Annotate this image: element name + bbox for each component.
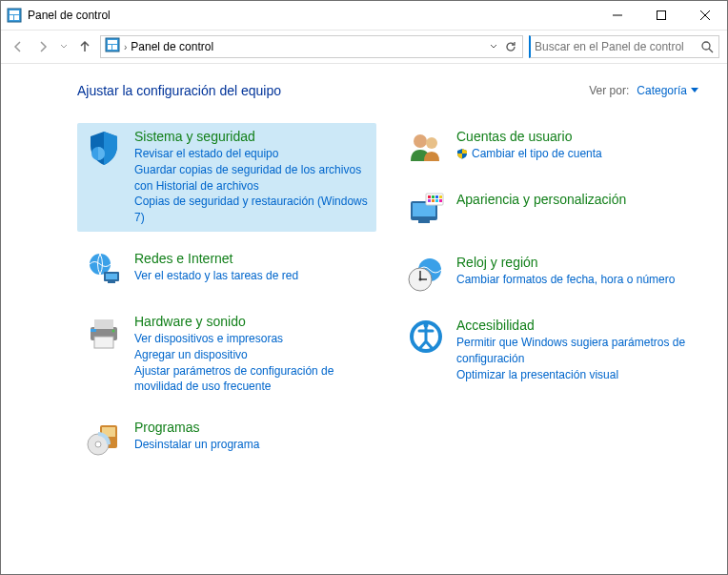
titlebar: Panel de control	[1, 1, 727, 30]
svg-line-13	[709, 49, 713, 52]
svg-rect-41	[439, 199, 442, 202]
view-by-value: Categoría	[637, 84, 687, 97]
category-title[interactable]: Apariencia y personalización	[456, 192, 691, 207]
search-icon[interactable]	[699, 39, 715, 54]
user-accounts-icon	[407, 129, 445, 167]
shield-icon	[85, 129, 123, 167]
category-title[interactable]: Redes e Internet	[134, 251, 369, 266]
svg-point-28	[414, 134, 427, 148]
category-link[interactable]: Ajustar parámetros de configuración de m…	[134, 363, 369, 396]
category-appearance[interactable]: Apariencia y personalización	[399, 186, 698, 236]
category-programs[interactable]: Programas Desinstalar un programa	[77, 414, 376, 463]
category-link[interactable]: Desinstalar un programa	[134, 437, 369, 453]
clock-globe-icon	[407, 255, 445, 293]
search-box[interactable]	[529, 35, 719, 58]
category-user-accounts[interactable]: Cuentas de usuario Cambiar el tipo de cu…	[399, 123, 698, 173]
category-link[interactable]: Copias de seguridad y restauración (Wind…	[134, 194, 369, 226]
svg-rect-32	[418, 220, 430, 223]
svg-rect-37	[439, 195, 442, 198]
refresh-button[interactable]	[503, 39, 518, 54]
breadcrumb[interactable]: Panel de control	[131, 40, 213, 53]
printer-icon	[85, 314, 123, 352]
category-network-internet[interactable]: Redes e Internet Ver el estado y las tar…	[77, 245, 376, 295]
category-link[interactable]: Optimizar la presentación visual	[456, 367, 691, 383]
svg-point-29	[426, 137, 437, 149]
window-controls	[596, 1, 727, 30]
view-by-label: Ver por:	[589, 84, 629, 97]
globe-network-icon	[85, 251, 123, 289]
chevron-down-icon	[691, 88, 698, 93]
accessibility-icon	[407, 318, 445, 356]
svg-rect-23	[91, 329, 96, 332]
category-clock-region[interactable]: Reloj y región Cambiar formatos de fecha…	[399, 249, 698, 298]
address-dropdown-button[interactable]	[486, 39, 501, 54]
disc-box-icon	[85, 420, 123, 458]
recent-locations-button[interactable]	[58, 37, 70, 56]
monitor-colors-icon	[407, 192, 445, 230]
svg-point-22	[112, 329, 115, 332]
category-title[interactable]: Programas	[134, 420, 369, 435]
column-right: Cuentas de usuario Cambiar el tipo de cu…	[399, 123, 698, 463]
window: Panel de control › Panel de control	[0, 0, 728, 575]
svg-rect-5	[657, 11, 666, 20]
minimize-button[interactable]	[596, 1, 639, 30]
uac-shield-icon	[456, 148, 468, 159]
category-link[interactable]: Cambiar el tipo de cuenta	[456, 146, 691, 162]
close-button[interactable]	[683, 1, 727, 30]
up-button[interactable]	[75, 37, 94, 56]
category-link[interactable]: Ver el estado y las tareas de red	[134, 268, 369, 284]
svg-rect-10	[108, 45, 111, 50]
svg-point-46	[419, 278, 422, 281]
window-title: Panel de control	[28, 9, 596, 22]
svg-rect-38	[428, 199, 431, 202]
svg-rect-40	[435, 199, 438, 202]
category-link[interactable]: Agregar un dispositivo	[134, 347, 369, 363]
forward-button[interactable]	[33, 37, 52, 56]
svg-rect-17	[106, 274, 117, 279]
category-link[interactable]: Cambiar formatos de fecha, hora o número	[456, 272, 691, 288]
control-panel-icon	[7, 8, 22, 23]
svg-rect-1	[10, 10, 19, 14]
svg-point-12	[702, 42, 710, 50]
category-hardware-sound[interactable]: Hardware y sonido Ver dispositivos e imp…	[77, 308, 376, 400]
navbar: › Panel de control	[1, 30, 727, 64]
category-title[interactable]: Accesibilidad	[456, 318, 691, 333]
svg-rect-21	[94, 337, 113, 348]
maximize-button[interactable]	[639, 1, 683, 30]
breadcrumb-separator[interactable]: ›	[124, 42, 127, 52]
search-input[interactable]	[535, 40, 696, 53]
page-heading: Ajustar la configuración del equipo	[77, 83, 589, 98]
category-title[interactable]: Hardware y sonido	[134, 314, 369, 329]
control-panel-icon	[105, 37, 120, 56]
svg-rect-34	[428, 195, 431, 198]
svg-rect-3	[14, 15, 19, 20]
category-link[interactable]: Guardar copias de seguridad de los archi…	[134, 162, 369, 195]
svg-rect-11	[112, 45, 117, 50]
svg-point-49	[424, 323, 429, 328]
header-row: Ajustar la configuración del equipo Ver …	[77, 83, 698, 98]
category-link[interactable]: Revisar el estado del equipo	[134, 146, 369, 162]
svg-rect-9	[108, 40, 117, 44]
svg-rect-2	[10, 15, 13, 20]
category-link[interactable]: Ver dispositivos e impresoras	[134, 331, 369, 347]
category-link[interactable]: Permitir que Windows sugiera parámetros …	[456, 335, 691, 367]
svg-point-27	[95, 442, 101, 447]
svg-rect-18	[108, 281, 115, 283]
category-system-security[interactable]: Sistema y seguridad Revisar el estado de…	[77, 123, 376, 232]
svg-rect-20	[94, 319, 113, 329]
column-left: Sistema y seguridad Revisar el estado de…	[77, 123, 376, 463]
svg-rect-36	[435, 195, 438, 198]
view-by-dropdown[interactable]: Categoría	[637, 84, 698, 97]
category-title[interactable]: Sistema y seguridad	[134, 129, 369, 144]
svg-rect-39	[432, 199, 435, 202]
category-title[interactable]: Reloj y región	[456, 255, 691, 270]
content-area: Ajustar la configuración del equipo Ver …	[1, 64, 727, 574]
category-title[interactable]: Cuentas de usuario	[456, 129, 691, 144]
address-bar[interactable]: › Panel de control	[100, 35, 523, 58]
category-accessibility[interactable]: Accesibilidad Permitir que Windows sugie…	[399, 312, 698, 388]
back-button[interactable]	[9, 37, 28, 56]
svg-rect-35	[432, 195, 435, 198]
category-columns: Sistema y seguridad Revisar el estado de…	[77, 123, 698, 463]
